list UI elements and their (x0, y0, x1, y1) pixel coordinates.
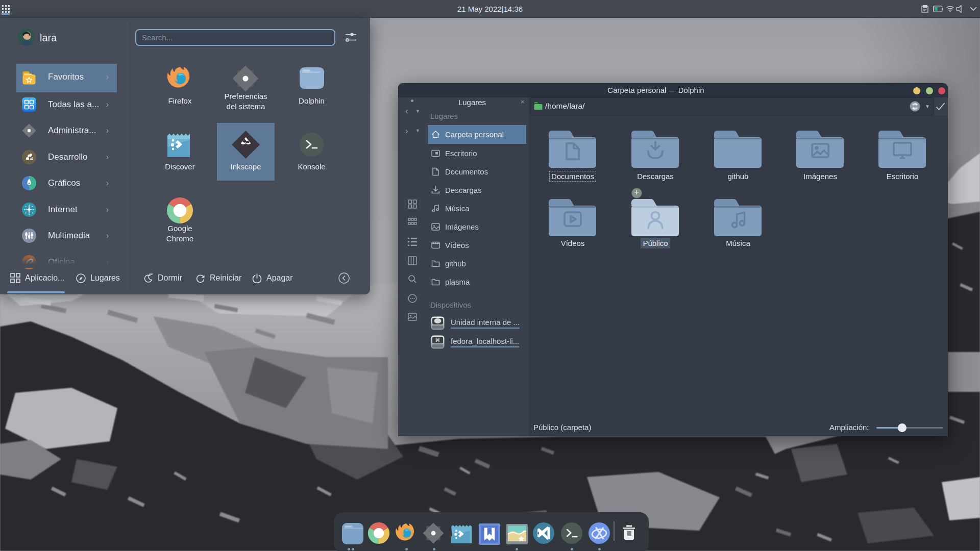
svg-text:⌘: ⌘ (435, 337, 440, 343)
